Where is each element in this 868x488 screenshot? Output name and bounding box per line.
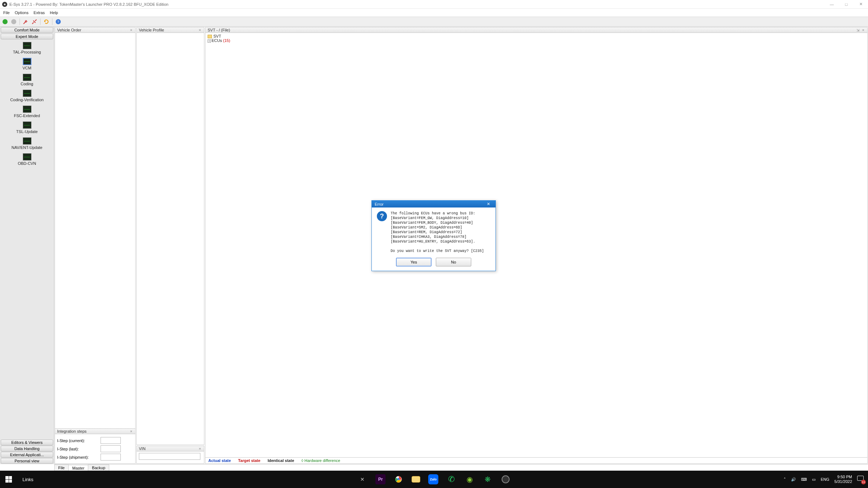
menu-extras[interactable]: Extras — [31, 10, 47, 16]
ecus-count: (15) — [223, 38, 230, 43]
legend-actual: Actual state — [208, 458, 231, 463]
menu-bar: File Options Extras Help — [0, 9, 868, 17]
svt-title: SVT - / (File) — [208, 28, 230, 32]
vehicle-order-panel: Vehicle Order× Integration steps× I-Step… — [55, 27, 136, 464]
close-icon[interactable]: × — [129, 28, 133, 32]
toolbar: ? — [0, 17, 868, 27]
nav-coding[interactable]: Coding — [0, 73, 54, 89]
nav-coding-verification[interactable]: Coding-Verification — [0, 89, 54, 105]
folder-icon — [208, 35, 212, 38]
vehicle-profile-title: Vehicle Profile — [139, 28, 164, 32]
istep-current-label: I-Step (current): — [57, 438, 101, 443]
close-icon[interactable]: × — [198, 446, 202, 451]
connect-icon[interactable] — [22, 18, 30, 26]
menu-help[interactable]: Help — [47, 10, 61, 16]
nav-tsl-update[interactable]: TSL-Update — [0, 121, 54, 137]
nav-fsc-extended[interactable]: FSC-Extended — [0, 105, 54, 121]
legend-target: Target state — [238, 458, 260, 463]
taskbar-evernote-icon[interactable]: ❋ — [482, 474, 493, 484]
error-dialog: Error ✕ ? The following ECUs have a wron… — [371, 200, 496, 271]
app-icon: ◉ — [2, 2, 7, 7]
nav-vcm[interactable]: VCM — [0, 57, 54, 73]
forward-button[interactable] — [10, 18, 18, 26]
nav-tal-processing[interactable]: TAL-Processing — [0, 41, 54, 57]
menu-file[interactable]: File — [1, 10, 12, 16]
disconnect-icon[interactable] — [30, 18, 38, 26]
nav-external-apps[interactable]: External Applicati... — [1, 452, 53, 458]
close-icon[interactable]: × — [861, 28, 865, 32]
tab-master[interactable]: Master — [68, 465, 89, 471]
taskbar-app-1[interactable]: ✕ — [357, 474, 367, 484]
minimize-button[interactable]: — — [825, 0, 839, 9]
taskbar: Links ✕ Pr Zalo ✆ ◉ ❋ ˄ 🔊 ⌨ ▭ ENG 9:50 P… — [0, 471, 868, 488]
close-icon[interactable]: × — [198, 28, 202, 32]
taskbar-bmw-icon[interactable] — [501, 474, 511, 484]
tray-chevron-icon[interactable]: ˄ — [784, 477, 786, 482]
pin-icon[interactable]: ⇲ — [856, 28, 859, 32]
tray-network-icon[interactable]: ⌨ — [801, 477, 807, 482]
taskbar-app-2[interactable]: ◉ — [464, 474, 475, 484]
taskbar-chrome-icon[interactable] — [393, 474, 404, 484]
expert-mode-tab[interactable]: Expert Mode — [1, 34, 53, 39]
back-button[interactable] — [1, 18, 9, 26]
vin-panel: VIN× — [136, 446, 204, 464]
istep-current-input[interactable] — [101, 437, 121, 444]
dialog-close-button[interactable]: ✕ — [484, 202, 493, 206]
tray-volume-icon[interactable]: 🔊 — [791, 477, 796, 482]
ecus-label: ECUs — [212, 38, 223, 43]
legend-identical: Identical state — [268, 458, 294, 463]
istep-last-label: I-Step (last): — [57, 447, 101, 451]
vehicle-order-title: Vehicle Order — [57, 28, 81, 32]
vehicle-profile-panel: Vehicle Profile× — [136, 27, 204, 445]
svt-panel: SVT - / (File) ⇲ × SVT +ECUs (15) Actual… — [205, 27, 868, 464]
window-title: E-Sys 3.27.1 - Powered By: TokenMaster's… — [9, 2, 169, 7]
close-icon[interactable]: × — [129, 429, 133, 433]
taskbar-whatsapp-icon[interactable]: ✆ — [446, 474, 456, 484]
notification-badge: 11 — [861, 480, 866, 484]
istep-shipment-label: I-Step (shipment): — [57, 455, 101, 459]
taskbar-zalo-icon[interactable]: Zalo — [428, 474, 438, 484]
refresh-icon[interactable] — [42, 18, 50, 26]
menu-options[interactable]: Options — [12, 10, 31, 16]
expand-icon[interactable]: + — [208, 39, 211, 43]
svt-legend: Actual state Target state Identical stat… — [205, 457, 867, 463]
tree-root: SVT — [213, 34, 221, 38]
tray-language[interactable]: ENG — [821, 477, 829, 481]
tab-backup[interactable]: Backup — [88, 465, 109, 471]
istep-shipment-input[interactable] — [101, 454, 121, 461]
nav-nav-ent-update[interactable]: NAV/ENT-Update — [0, 137, 54, 153]
comfort-mode-tab[interactable]: Comfort Mode — [1, 27, 53, 33]
dialog-title: Error — [375, 202, 383, 206]
dialog-message: The following ECUs have a wrong bus ID: … — [391, 211, 484, 253]
start-button[interactable] — [0, 471, 17, 488]
taskbar-explorer-icon[interactable] — [412, 476, 420, 483]
nav-data-handling[interactable]: Data Handling — [1, 446, 53, 451]
istep-last-input[interactable] — [101, 445, 121, 452]
close-button[interactable]: ✕ — [854, 0, 868, 9]
integration-steps-title: Integration steps — [57, 429, 86, 433]
taskbar-premiere-icon[interactable]: Pr — [375, 474, 386, 484]
vin-input[interactable] — [139, 453, 200, 460]
maximize-button[interactable]: □ — [839, 0, 854, 9]
window-titlebar: ◉ E-Sys 3.27.1 - Powered By: TokenMaster… — [0, 0, 868, 9]
nav-obd-cvn[interactable]: OBD-CVN — [0, 153, 54, 168]
left-nav: Comfort Mode Expert Mode TAL-Processing … — [0, 27, 54, 464]
question-icon: ? — [377, 211, 387, 221]
tab-file[interactable]: File — [54, 465, 69, 471]
legend-hardware: Hardware difference — [301, 458, 340, 463]
svt-tree[interactable]: SVT +ECUs (15) — [205, 33, 867, 44]
help-icon[interactable]: ? — [54, 18, 62, 26]
taskbar-links[interactable]: Links — [17, 477, 38, 482]
nav-editors-viewers[interactable]: Editors & Viewers — [1, 440, 53, 445]
vin-title: VIN — [139, 446, 145, 451]
nav-personal-view[interactable]: Personal view — [1, 458, 53, 464]
tray-clock[interactable]: 9:50 PM 5/31/2022 — [834, 475, 852, 484]
dialog-no-button[interactable]: No — [436, 258, 471, 266]
tray-battery-icon[interactable]: ▭ — [812, 477, 816, 482]
dialog-yes-button[interactable]: Yes — [396, 258, 431, 266]
tray-notifications-icon[interactable]: 11 — [857, 476, 864, 483]
